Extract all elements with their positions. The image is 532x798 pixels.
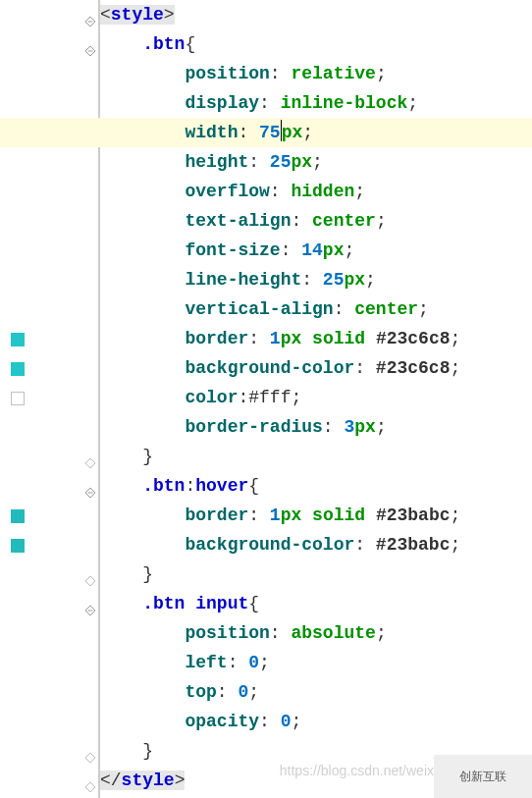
gutter-row xyxy=(0,589,98,618)
gutter-row xyxy=(0,236,98,265)
fold-collapse-icon[interactable] xyxy=(84,37,96,49)
code-line[interactable]: top: 0; xyxy=(100,677,532,707)
gutter-row xyxy=(0,559,98,589)
gutter-row xyxy=(0,736,98,766)
fold-collapse-icon[interactable] xyxy=(84,597,96,609)
color-swatch[interactable] xyxy=(11,392,25,405)
gutter-row xyxy=(0,471,98,501)
fold-end-icon xyxy=(84,567,96,579)
fold-end-icon xyxy=(84,450,96,461)
code-line[interactable]: width: 75px; xyxy=(0,118,532,147)
code-line[interactable]: .btn{ xyxy=(100,29,532,59)
color-swatch[interactable] xyxy=(11,509,25,523)
gutter-row xyxy=(0,147,98,177)
gutter-row xyxy=(0,206,98,236)
gutter-row xyxy=(0,530,98,559)
svg-marker-4 xyxy=(85,458,95,468)
code-editor[interactable]: <style> .btn{ position: relative; displa… xyxy=(0,0,532,798)
gutter-row xyxy=(0,618,98,648)
gutter-row xyxy=(0,412,98,442)
fold-collapse-icon[interactable] xyxy=(84,479,96,491)
gutter-row xyxy=(0,265,98,294)
svg-marker-11 xyxy=(85,782,95,792)
gutter-row xyxy=(0,442,98,471)
color-swatch[interactable] xyxy=(11,362,25,376)
gutter-row xyxy=(0,324,98,353)
code-line[interactable]: line-height: 25px; xyxy=(100,265,532,294)
code-line[interactable]: } xyxy=(100,559,532,589)
code-line[interactable]: border: 1px solid #23c6c8; xyxy=(100,324,532,353)
color-swatch[interactable] xyxy=(11,333,25,346)
gutter-row xyxy=(0,501,98,530)
svg-marker-10 xyxy=(85,753,95,763)
code-line[interactable]: position: relative; xyxy=(100,59,532,88)
gutter-row xyxy=(0,766,98,795)
code-line[interactable]: vertical-align: center; xyxy=(100,294,532,324)
brand-logo: 创新互联 xyxy=(434,755,532,798)
code-line[interactable]: background-color: #23c6c8; xyxy=(100,353,532,383)
brand-logo-text: 创新互联 xyxy=(459,771,506,782)
code-area[interactable]: <style> .btn{ position: relative; displa… xyxy=(100,0,532,798)
code-line[interactable]: opacity: 0; xyxy=(100,707,532,736)
code-line[interactable]: border-radius: 3px; xyxy=(100,412,532,442)
code-line[interactable]: font-size: 14px; xyxy=(100,236,532,265)
svg-marker-7 xyxy=(85,576,95,586)
code-line[interactable]: } xyxy=(100,442,532,471)
gutter-row xyxy=(0,59,98,88)
code-line[interactable]: display: inline-block; xyxy=(100,88,532,118)
gutter-row xyxy=(0,0,98,29)
fold-end-icon xyxy=(84,773,96,785)
gutter-row xyxy=(0,294,98,324)
code-line[interactable]: border: 1px solid #23babc; xyxy=(100,501,532,530)
gutter-row xyxy=(0,707,98,736)
code-line[interactable]: .btn input{ xyxy=(100,589,532,618)
code-line[interactable]: <style> xyxy=(100,0,532,29)
code-line[interactable]: text-align: center; xyxy=(100,206,532,236)
code-line[interactable]: color:#fff; xyxy=(100,383,532,412)
code-line[interactable]: .btn:hover{ xyxy=(100,471,532,501)
gutter-row xyxy=(0,353,98,383)
watermark-text: https://blog.csdn.net/weix xyxy=(280,756,434,785)
gutter-row xyxy=(0,648,98,677)
fold-end-icon xyxy=(84,744,96,756)
fold-collapse-icon[interactable] xyxy=(84,8,96,20)
gutter-row xyxy=(0,88,98,118)
color-swatch[interactable] xyxy=(11,539,25,553)
code-line[interactable]: overflow: hidden; xyxy=(100,177,532,206)
gutter-row xyxy=(0,177,98,206)
code-line[interactable]: background-color: #23babc; xyxy=(100,530,532,559)
code-line[interactable]: height: 25px; xyxy=(100,147,532,177)
code-line[interactable]: position: absolute; xyxy=(100,618,532,648)
gutter-row xyxy=(0,383,98,412)
gutter-row xyxy=(0,29,98,59)
gutter-row xyxy=(0,677,98,707)
code-line[interactable]: left: 0; xyxy=(100,648,532,677)
